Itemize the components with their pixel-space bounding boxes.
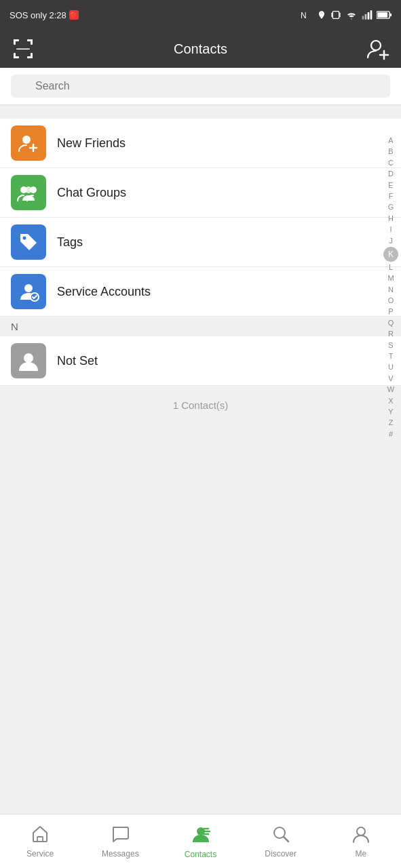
chat-groups-label: Chat Groups [57, 186, 126, 200]
bottom-nav: Service Messages Contacts [0, 814, 401, 868]
svg-rect-10 [377, 12, 387, 17]
section-n: N [0, 317, 401, 336]
header: Contacts [0, 30, 401, 68]
alpha-A[interactable]: A [384, 136, 398, 146]
svg-rect-15 [31, 39, 33, 45]
alpha-P[interactable]: P [384, 307, 398, 317]
nav-me[interactable]: Me [321, 814, 401, 868]
chat-groups-item[interactable]: Chat Groups [0, 168, 401, 218]
svg-point-30 [23, 237, 26, 240]
discover-icon [271, 825, 290, 846]
svg-rect-20 [16, 49, 30, 50]
alpha-D[interactable]: D [384, 169, 398, 179]
svg-rect-6 [365, 14, 367, 20]
not-set-icon [11, 343, 46, 378]
contact-count-text: 1 Contact(s) [173, 399, 229, 411]
scan-icon [12, 38, 34, 60]
alpha-J[interactable]: J [384, 236, 398, 246]
alpha-K[interactable]: K [383, 247, 398, 262]
tags-item[interactable]: Tags [0, 218, 401, 267]
alpha-V[interactable]: V [384, 374, 398, 384]
alpha-Q[interactable]: Q [384, 318, 398, 328]
svg-rect-7 [368, 12, 370, 20]
service-accounts-item[interactable]: Service Accounts [0, 267, 401, 317]
alpha-B[interactable]: B [384, 146, 398, 157]
alpha-Y[interactable]: Y [384, 407, 398, 417]
svg-rect-13 [14, 39, 16, 45]
chat-icon [111, 825, 130, 846]
alpha-I[interactable]: I [384, 224, 398, 235]
scan-button[interactable] [11, 37, 35, 61]
me-svg [351, 825, 370, 844]
nav-contacts-label: Contacts [185, 850, 216, 859]
alpha-W[interactable]: W [384, 384, 398, 395]
add-contact-icon [366, 37, 389, 60]
svg-point-31 [24, 284, 33, 292]
alpha-L[interactable]: L [384, 262, 398, 273]
new-friends-icon [11, 125, 46, 161]
svg-point-29 [25, 186, 32, 193]
nav-service[interactable]: Service [0, 814, 80, 868]
discover-svg [271, 825, 290, 844]
alpha-M[interactable]: M [384, 273, 398, 283]
alpha-R[interactable]: R [384, 329, 398, 339]
alpha-O[interactable]: O [384, 296, 398, 306]
svg-rect-17 [14, 53, 16, 58]
nav-contacts[interactable]: Contacts [160, 814, 240, 868]
svg-rect-11 [390, 14, 392, 16]
alpha-C[interactable]: C [384, 158, 398, 168]
service-accounts-icon [11, 274, 46, 309]
svg-line-40 [284, 837, 288, 842]
alpha-S[interactable]: S [384, 340, 398, 351]
page-title: Contacts [174, 41, 227, 57]
svg-point-24 [22, 136, 31, 144]
home-svg [31, 825, 50, 844]
nfc-icon: N [301, 9, 313, 21]
alpha-X[interactable]: X [384, 396, 398, 406]
status-left: SOS only 2:28 🔴 [9, 10, 79, 20]
nav-me-label: Me [356, 849, 367, 859]
svg-point-21 [371, 41, 381, 50]
svg-rect-5 [362, 16, 364, 19]
svg-rect-2 [331, 13, 332, 18]
main-content: 🔍 New Friends [0, 68, 401, 868]
spacer-top [0, 105, 401, 119]
contacts-icon [191, 824, 211, 847]
new-friends-item[interactable]: New Friends [0, 119, 401, 168]
person-gray-icon [17, 349, 40, 372]
search-input[interactable] [11, 75, 390, 98]
status-text: SOS only 2:28 [9, 10, 66, 20]
status-bar: SOS only 2:28 🔴 N [0, 0, 401, 30]
svg-point-41 [357, 827, 365, 835]
alpha-hash[interactable]: # [384, 429, 398, 439]
nav-messages[interactable]: Messages [80, 814, 160, 868]
alpha-F[interactable]: F [384, 191, 398, 201]
status-dot: 🔴 [69, 10, 79, 20]
group-icon [17, 183, 40, 202]
signal-icon [362, 10, 373, 20]
status-right: N [301, 9, 392, 21]
svg-rect-4 [332, 12, 339, 19]
contact-count: 1 Contact(s) [0, 386, 401, 425]
alpha-Z[interactable]: Z [384, 418, 398, 428]
svg-rect-19 [31, 53, 33, 58]
alpha-G[interactable]: G [384, 202, 398, 212]
nav-discover[interactable]: Discover [241, 814, 321, 868]
wifi-icon [345, 10, 358, 20]
alpha-N[interactable]: N [384, 285, 398, 295]
alpha-U[interactable]: U [384, 362, 398, 372]
me-icon [351, 825, 370, 846]
tags-icon [11, 224, 46, 260]
alphabet-sidebar: A B C D E F G H I J K L M N O P Q R S T … [383, 136, 398, 439]
home-icon [31, 825, 50, 846]
person-add-icon [18, 132, 39, 154]
add-contact-button[interactable] [366, 37, 390, 61]
vibrate-icon [330, 9, 341, 20]
svg-rect-8 [370, 10, 373, 19]
contacts-svg [191, 824, 211, 844]
tags-label: Tags [57, 235, 83, 250]
alpha-E[interactable]: E [384, 180, 398, 191]
not-set-item[interactable]: Not Set [0, 336, 401, 386]
alpha-T[interactable]: T [384, 351, 398, 361]
alpha-H[interactable]: H [384, 214, 398, 224]
